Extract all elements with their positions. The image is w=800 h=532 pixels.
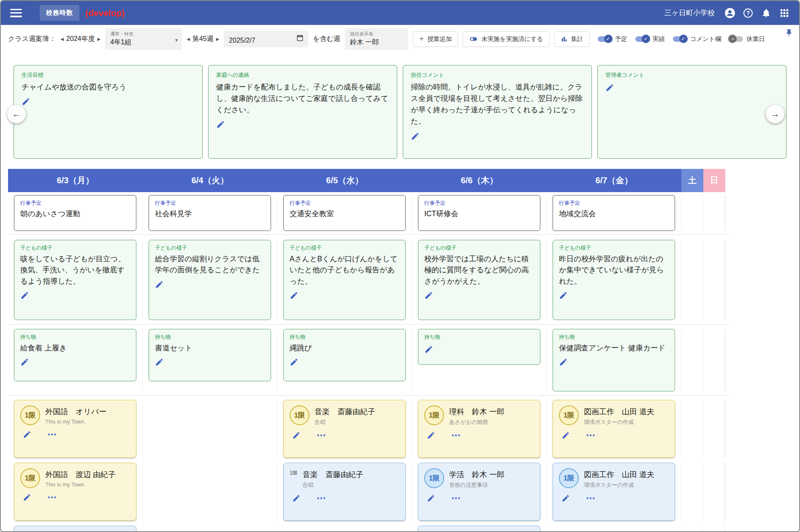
empty-lesson-cell xyxy=(143,463,277,521)
more-options-icon[interactable] xyxy=(586,497,595,500)
edit-icon[interactable] xyxy=(290,291,298,300)
sunday-empty-cell xyxy=(703,195,725,231)
lesson-card[interactable]: 1限 音楽 斎藤由紀子 合唱 xyxy=(283,400,406,458)
edit-icon[interactable] xyxy=(155,358,164,366)
lesson-card-partial[interactable] xyxy=(14,526,136,532)
edit-icon[interactable] xyxy=(424,291,433,300)
saturday-header: 土 xyxy=(681,169,703,192)
day-header: 6/3（月） xyxy=(8,169,143,192)
edit-icon[interactable] xyxy=(424,345,433,354)
more-options-icon[interactable] xyxy=(47,496,57,499)
children-note-card[interactable]: 子どもの様子 咳をしている子どもが目立つ。換気、手洗い、うがいを徹底するよう指導… xyxy=(14,240,136,320)
apps-grid-icon[interactable] xyxy=(779,8,790,19)
mark-done-button[interactable]: 未実施を実施済にする xyxy=(463,31,549,47)
edit-icon[interactable] xyxy=(427,431,435,440)
edit-icon[interactable] xyxy=(411,132,420,141)
more-options-icon[interactable] xyxy=(451,497,461,500)
toggle-comments[interactable]: ✓ コメント欄 xyxy=(672,34,721,43)
year-next-icon[interactable]: ▶ xyxy=(97,37,100,41)
edit-icon[interactable] xyxy=(559,291,568,300)
week-prev-icon[interactable]: ◀ xyxy=(187,37,190,41)
children-note-card[interactable]: 子どもの様子 総合学習の縦割りクラスでは低学年の面倒を見ることができた xyxy=(149,240,271,320)
aggregate-button[interactable]: 集計 xyxy=(554,31,590,47)
edit-icon[interactable] xyxy=(427,494,435,502)
week-value[interactable]: 第45週 xyxy=(193,35,214,43)
belongings-card[interactable]: 持ち物 xyxy=(418,329,540,365)
edit-icon[interactable] xyxy=(561,431,570,440)
card-text: チャイムや放送の合図を守ろう xyxy=(22,81,195,93)
plus-icon: + xyxy=(419,36,424,42)
lesson-card[interactable]: 1限 図画工作 山田 道夫 環境ポスターの作成 xyxy=(553,463,675,521)
menu-icon[interactable] xyxy=(10,9,22,17)
event-card[interactable]: 行事予定 ICT研修会 xyxy=(418,195,540,231)
edit-icon[interactable] xyxy=(22,97,30,106)
date-field[interactable]: 2025/2/7 xyxy=(224,31,308,47)
class-select[interactable]: 通常・特支 4年1組 ▾ xyxy=(105,28,182,50)
more-options-icon[interactable] xyxy=(317,497,326,500)
lesson-card[interactable]: 1限 理科 鈴木 一郎 あさがおの観察 xyxy=(418,400,540,458)
edit-icon[interactable] xyxy=(23,430,31,439)
toggle-holiday[interactable]: − 休業日 xyxy=(728,34,765,43)
lesson-card[interactable]: 1限 外国語 オリバー This is my Town. xyxy=(14,400,136,458)
edit-icon[interactable] xyxy=(155,280,164,289)
next-week-arrow-button[interactable]: → xyxy=(766,105,784,123)
toggle-planned[interactable]: ✓ 予定 xyxy=(597,34,627,43)
event-card[interactable]: 行事予定 社会科見学 xyxy=(149,195,271,231)
help-icon[interactable]: ? xyxy=(743,8,754,19)
event-card[interactable]: 行事予定 朝のあいさつ運動 xyxy=(14,195,136,231)
week-next-icon[interactable]: ▶ xyxy=(216,37,220,41)
edit-icon[interactable] xyxy=(292,431,301,440)
account-icon[interactable] xyxy=(724,8,735,19)
belongings-card[interactable]: 持ち物 書道セット xyxy=(149,329,271,381)
toggle-actual[interactable]: ✓ 実績 xyxy=(635,34,665,43)
year-prev-icon[interactable]: ◀ xyxy=(60,37,64,41)
event-card[interactable]: 行事予定 地域交流会 xyxy=(553,195,675,231)
week-table: 6/3（月） 6/4（火） 6/5（水） 6/6（木） 6/7（金） 土 日 行… xyxy=(8,169,731,532)
belongings-card[interactable]: 持ち物 給食着 上履き xyxy=(14,329,136,381)
saturday-empty-cell xyxy=(681,400,703,458)
app-title[interactable]: 校務時数 xyxy=(40,5,79,21)
day-header: 6/6（木） xyxy=(412,169,547,192)
saturday-empty-cell xyxy=(681,463,703,521)
teacher-field[interactable]: 担任表示名 鈴木 一郎 xyxy=(345,28,408,50)
add-lesson-button[interactable]: + 授業追加 xyxy=(413,31,458,47)
children-note-card[interactable]: 子どもの様子 AさんとBくんが口げんかをしていたと他の子どもから報告があった。 xyxy=(283,240,406,320)
belongings-card[interactable]: 持ち物 保健調査アンケート 健康カード xyxy=(553,329,675,391)
children-note-card[interactable]: 子どもの様子 校外学習では工場の人たちに積極的に質問をするなど関心の高さがうかが… xyxy=(418,240,540,320)
belongings-card[interactable]: 持ち物 縄跳び xyxy=(283,329,406,381)
pin-icon[interactable] xyxy=(785,28,793,39)
calendar-icon[interactable] xyxy=(296,34,304,44)
edit-icon[interactable] xyxy=(561,494,570,502)
edit-icon[interactable] xyxy=(292,494,301,502)
saturday-empty-cell xyxy=(681,329,703,391)
children-note-card[interactable]: 子どもの様子 昨日の校外学習の疲れが出たのか集中できていない様子が見られた。 xyxy=(553,240,675,320)
edit-icon[interactable] xyxy=(290,358,298,366)
event-card[interactable]: 行事予定 交通安全教室 xyxy=(283,195,406,231)
edit-icon[interactable] xyxy=(559,358,568,366)
more-options-icon[interactable] xyxy=(317,434,326,437)
card-label: 生活目標 xyxy=(22,71,195,79)
chevron-down-icon: ▾ xyxy=(175,37,178,43)
lesson-card[interactable]: 1限 外国語 渡辺 由紀子 This is my Town. xyxy=(14,463,136,521)
empty-lesson-cell xyxy=(547,526,681,532)
edit-icon[interactable] xyxy=(216,120,225,129)
sunday-empty-cell xyxy=(703,526,725,532)
lesson-card[interactable]: 1限 音楽 斎藤由紀子 合唱 xyxy=(283,463,406,521)
more-options-icon[interactable] xyxy=(451,434,461,437)
edit-icon[interactable] xyxy=(23,493,31,502)
edit-icon[interactable] xyxy=(605,83,614,92)
lesson-card[interactable]: 1限 図画工作 山田 道夫 環境ポスターの作成 xyxy=(553,400,675,458)
edit-icon[interactable] xyxy=(20,358,29,366)
lesson-card[interactable]: 1限 学活 鈴木 一郎 登校の注意事項 xyxy=(418,463,540,521)
notifications-icon[interactable] xyxy=(761,8,772,19)
period-badge: 1限 xyxy=(559,405,579,425)
summary-cards-row: 生活目標 チャイムや放送の合図を守ろう 家庭への連絡 健康カードを配布しました。… xyxy=(14,65,786,159)
more-options-icon[interactable] xyxy=(586,434,595,437)
toggle-icon xyxy=(469,35,478,43)
lesson-card-partial[interactable] xyxy=(418,526,540,532)
card-text: 健康カードを配布しました。子どもの成長を確認し、健康的な生活についてご家庭で話し… xyxy=(216,81,389,116)
more-options-icon[interactable] xyxy=(47,433,57,436)
edit-icon[interactable] xyxy=(20,291,29,300)
year-value[interactable]: 2024年度 xyxy=(66,35,95,43)
prev-week-arrow-button[interactable]: ← xyxy=(7,105,26,123)
